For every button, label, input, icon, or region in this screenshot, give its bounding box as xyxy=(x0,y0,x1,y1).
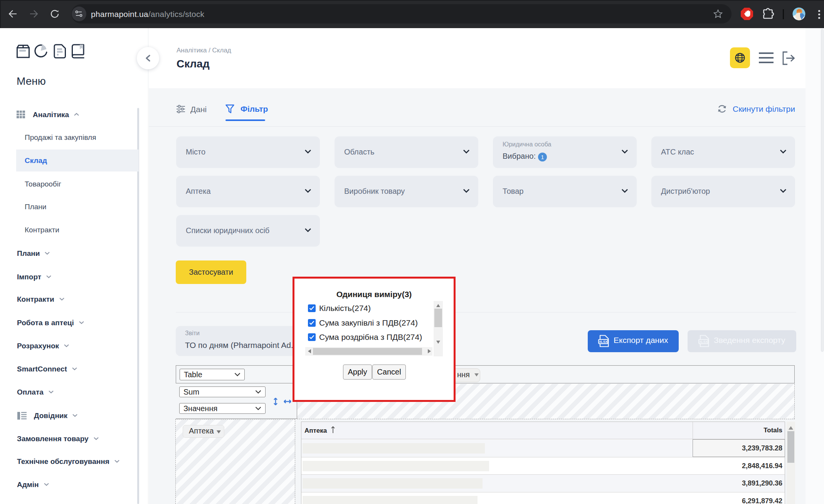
svg-text:XLSX: XLSX xyxy=(699,340,708,344)
svg-text:XLSX: XLSX xyxy=(599,340,608,344)
